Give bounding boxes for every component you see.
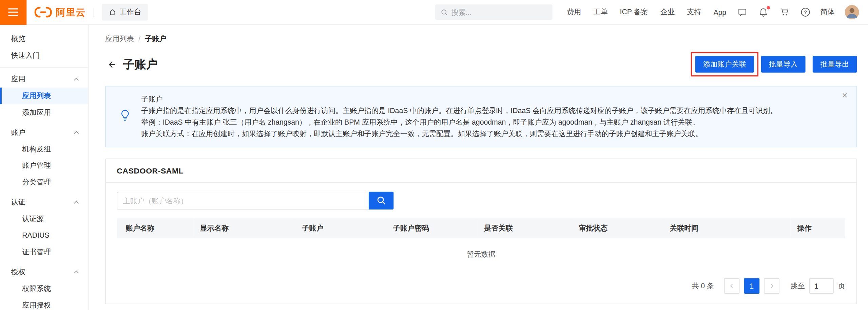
- add-account-link-button[interactable]: 添加账户关联: [695, 56, 754, 73]
- search-icon: [376, 196, 386, 205]
- topbar-nav: 费用 工单 ICP 备案 企业 支持 App: [567, 7, 726, 17]
- batch-import-button[interactable]: 批量导入: [761, 56, 806, 73]
- feedback-icon: [737, 7, 747, 17]
- breadcrumb: 应用列表 / 子账户: [105, 34, 857, 44]
- empty-row: 暂无数据: [117, 238, 845, 271]
- aliyun-logo-icon: [34, 7, 52, 18]
- col-sub-account: 子账户: [295, 218, 386, 238]
- jump-page-input[interactable]: [809, 278, 834, 294]
- chevron-up-icon: [74, 131, 79, 134]
- main-content: 应用列表 / 子账户 子账户 添加账户关联 批量导入 批量导出: [89, 25, 868, 310]
- notifications-button[interactable]: [758, 7, 768, 17]
- batch-export-button[interactable]: 批量导出: [813, 56, 857, 73]
- topnav-item-icp[interactable]: ICP 备案: [620, 7, 648, 17]
- col-link-time: 关联时间: [663, 218, 791, 238]
- sidebar-item-auth-source[interactable]: 认证源: [0, 211, 88, 227]
- jump-prefix-label: 跳至: [790, 281, 805, 291]
- sidebar-group-header-app[interactable]: 应用: [0, 71, 88, 88]
- breadcrumb-app-list[interactable]: 应用列表: [105, 34, 134, 44]
- help-icon: ?: [801, 7, 810, 17]
- sidebar-item-quickstart[interactable]: 快速入门: [0, 47, 88, 64]
- back-button[interactable]: [105, 58, 117, 70]
- topnav-item-support[interactable]: 支持: [687, 7, 701, 17]
- hamburger-icon: [8, 15, 18, 16]
- sidebar-item-app-list[interactable]: 应用列表: [0, 88, 88, 104]
- sidebar-item-category-mgmt[interactable]: 分类管理: [0, 174, 88, 190]
- chevron-up-icon: [74, 270, 79, 274]
- topbar-divider: [94, 8, 94, 17]
- topnav-item-billing[interactable]: 费用: [567, 7, 581, 17]
- feedback-button[interactable]: [737, 7, 747, 17]
- workbench-button[interactable]: 工作台: [102, 4, 148, 20]
- sub-account-table: 账户名称 显示名称 子账户 子账户密码 是否关联 审批状态 关联时间 操作 暂无: [117, 218, 845, 270]
- col-approval-status: 审批状态: [572, 218, 663, 238]
- workbench-label: 工作台: [120, 7, 141, 17]
- info-banner: 子账户 子账户指的是在指定应用系统中，用户会以什么身份进行访问。主账户指的是 I…: [105, 86, 857, 147]
- banner-line-2: 举例：IDaaS 中有主账户 张三（用户名 zhangsan），在企业的 BPM…: [141, 116, 832, 128]
- sidebar-group-header-authorization[interactable]: 授权: [0, 264, 88, 280]
- locale-switcher[interactable]: 简体: [821, 7, 835, 17]
- empty-state-text: 暂无数据: [117, 238, 845, 271]
- pagination: 共 0 条 1 跳至 页: [117, 278, 845, 294]
- sidebar-divider: [0, 67, 88, 68]
- pagination-jump: 跳至 页: [790, 278, 845, 294]
- global-search: [435, 4, 552, 20]
- chevron-right-icon: [769, 283, 774, 289]
- sidebar-item-account-mgmt[interactable]: 账户管理: [0, 157, 88, 174]
- sub-account-card: CASDOOR-SAML: [105, 159, 857, 304]
- pagination-next-button[interactable]: [764, 278, 779, 294]
- lightbulb-icon: [120, 109, 131, 125]
- topnav-item-app[interactable]: App: [713, 8, 726, 16]
- topnav-item-tickets[interactable]: 工单: [593, 7, 607, 17]
- col-actions: 操作: [791, 218, 845, 238]
- sidebar-group-header-account[interactable]: 账户: [0, 124, 88, 141]
- sidebar-item-cert-mgmt[interactable]: 证书管理: [0, 244, 88, 260]
- product-menu-button[interactable]: [0, 0, 26, 25]
- col-is-linked: 是否关联: [477, 218, 572, 238]
- hamburger-icon: [8, 12, 18, 13]
- avatar-image: [845, 5, 859, 19]
- banner-line-1: 子账户指的是在指定应用系统中，用户会以什么身份进行访问。主账户指的是 IDaaS…: [141, 105, 832, 116]
- home-icon: [109, 8, 116, 16]
- breadcrumb-current: 子账户: [145, 34, 167, 44]
- breadcrumb-separator: /: [138, 35, 140, 43]
- search-icon: [441, 8, 448, 16]
- sidebar-group-account: 账户 机构及组 账户管理 分类管理: [0, 124, 88, 191]
- annotated-button-wrapper: 添加账户关联: [695, 56, 754, 73]
- sidebar-item-overview[interactable]: 概览: [0, 31, 88, 47]
- sidebar-item-app-authorization[interactable]: 应用授权: [0, 297, 88, 310]
- sidebar-group-label: 授权: [11, 267, 25, 277]
- aliyun-logo[interactable]: 阿里云: [34, 6, 86, 19]
- pagination-current-page[interactable]: 1: [744, 278, 759, 294]
- aliyun-logo-text: 阿里云: [56, 6, 86, 19]
- sidebar-group-authentication: 认证 认证源 RADIUS 证书管理: [0, 194, 88, 260]
- help-button[interactable]: ?: [801, 7, 810, 17]
- sidebar-item-org-group[interactable]: 机构及组: [0, 141, 88, 158]
- global-search-input[interactable]: [451, 8, 547, 16]
- notification-badge: [767, 6, 770, 10]
- sidebar-group-authorization: 授权 权限系统 应用授权: [0, 264, 88, 310]
- svg-text:?: ?: [804, 9, 807, 15]
- banner-close-icon[interactable]: ×: [842, 91, 847, 101]
- sidebar: 概览 快速入门 应用 应用列表 添加应用 账户 机构及组 账户管理 分类管理: [0, 25, 89, 310]
- card-title: CASDOOR-SAML: [106, 159, 856, 183]
- chevron-up-icon: [74, 77, 79, 81]
- sidebar-item-radius[interactable]: RADIUS: [0, 227, 88, 244]
- banner-title: 子账户: [141, 93, 832, 105]
- pagination-total: 共 0 条: [692, 281, 714, 291]
- account-search-input[interactable]: [117, 192, 369, 209]
- user-avatar[interactable]: [845, 5, 859, 19]
- col-sub-account-password: 子账户密码: [386, 218, 477, 238]
- cart-button[interactable]: [779, 7, 789, 17]
- sidebar-item-permission-system[interactable]: 权限系统: [0, 280, 88, 297]
- sidebar-item-add-app[interactable]: 添加应用: [0, 104, 88, 121]
- topbar: 阿里云 工作台 费用 工单 ICP 备案 企业 支持 App: [0, 0, 868, 25]
- chevron-up-icon: [74, 201, 79, 204]
- sidebar-group-header-authentication[interactable]: 认证: [0, 194, 88, 211]
- account-search-button[interactable]: [369, 192, 393, 209]
- pagination-prev-button[interactable]: [724, 278, 740, 294]
- table-search: [117, 192, 845, 209]
- sidebar-group-app: 应用 应用列表 添加应用: [0, 71, 88, 121]
- topnav-item-enterprise[interactable]: 企业: [660, 7, 675, 17]
- table-header-row: 账户名称 显示名称 子账户 子账户密码 是否关联 审批状态 关联时间 操作: [117, 218, 845, 238]
